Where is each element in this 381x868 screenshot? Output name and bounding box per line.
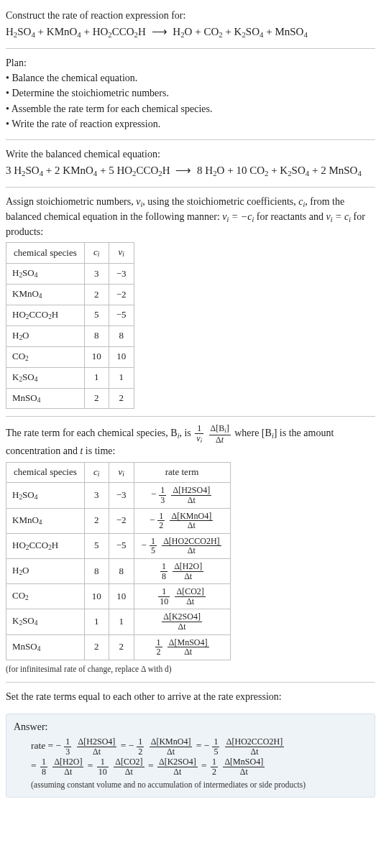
table-row: MnSO422: [6, 388, 134, 409]
answer-assumption: (assuming constant volume and no accumul…: [31, 779, 367, 791]
divider: [6, 416, 375, 417]
rate-table: chemical species ci νi rate term H2SO43−…: [6, 462, 231, 660]
unbalanced-equation: H2SO4 + KMnO4 + HO2CCO2H ⟶ H2O + CO2 + K…: [6, 24, 375, 40]
table-row: K2SO411: [6, 367, 134, 388]
table-row: K2SO411 Δ[K2SO4]Δt: [6, 609, 231, 634]
plan-heading: Plan:: [6, 56, 375, 70]
assign-block: Assign stoichiometric numbers, νi, using…: [6, 190, 375, 414]
plan-block: Plan: • Balance the chemical equation. •…: [6, 52, 375, 137]
table-row: H2SO43−3: [6, 264, 134, 285]
answer-rates: rate = −13 Δ[H2SO4]Δt = −12 Δ[KMnO4]Δt =…: [31, 737, 367, 776]
prompt-block: Construct the rate of reaction expressio…: [6, 4, 375, 45]
set-rate-block: Set the rate terms equal to each other t…: [6, 685, 375, 708]
plan-item: • Assemble the rate term for each chemic…: [6, 102, 375, 116]
divider: [6, 682, 375, 683]
answer-box: Answer: rate = −13 Δ[H2SO4]Δt = −12 Δ[KM…: [6, 714, 375, 798]
table-row: H2O88 18 Δ[H2O]Δt: [6, 558, 231, 583]
col-rate: rate term: [134, 462, 230, 483]
fraction: Δ[Bi]Δt: [209, 424, 231, 444]
eq-rhs: H2O + CO2 + K2SO4 + MnSO4: [173, 26, 307, 37]
balanced-heading: Write the balanced chemical equation:: [6, 147, 375, 162]
table-header-row: chemical species ci νi: [6, 243, 134, 264]
rate-line-1: rate = −13 Δ[H2SO4]Δt = −12 Δ[KMnO4]Δt =…: [31, 737, 367, 756]
table-row: KMnO42−2: [6, 285, 134, 305]
table-row: HO2CCO2H5−5 −15 Δ[HO2CCO2H]Δt: [6, 533, 231, 558]
rateterm-block: The rate term for each chemical species,…: [6, 420, 375, 679]
table-row: MnSO422 12 Δ[MnSO4]Δt: [6, 634, 231, 660]
col-ci: ci: [84, 462, 109, 483]
reaction-arrow-icon: ⟶: [152, 26, 167, 37]
col-species: chemical species: [6, 243, 85, 264]
reaction-arrow-icon: ⟶: [175, 165, 191, 176]
plan-item: • Determine the stoichiometric numbers.: [6, 86, 375, 101]
table-row: KMnO42−2 −12 Δ[KMnO4]Δt: [6, 508, 231, 533]
balanced-block: Write the balanced chemical equation: 3 …: [6, 143, 375, 184]
divider: [6, 187, 375, 188]
answer-label: Answer:: [14, 720, 367, 734]
prompt-line: Construct the rate of reaction expressio…: [6, 9, 375, 23]
plan-item: • Write the rate of reaction expression.: [6, 117, 375, 131]
table-header-row: chemical species ci νi rate term: [6, 462, 231, 483]
col-nui: νi: [109, 462, 134, 483]
table-row: CO21010: [6, 346, 134, 367]
balanced-rhs: 8 H2O + 10 CO2 + K2SO4 + 2 MnSO4: [197, 165, 362, 176]
set-rate-text: Set the rate terms equal to each other t…: [6, 690, 375, 704]
col-species: chemical species: [6, 462, 85, 483]
rate-line-2: = 18 Δ[H2O]Δt = 110 Δ[CO2]Δt = Δ[K2SO4]Δ…: [31, 757, 367, 776]
balanced-equation: 3 H2SO4 + 2 KMnO4 + 5 HO2CCO2H ⟶ 8 H2O +…: [6, 163, 375, 179]
eq-lhs: H2SO4 + KMnO4 + HO2CCO2H: [6, 26, 146, 37]
plan-item: • Balance the chemical equation.: [6, 71, 375, 86]
table-row: HO2CCO2H5−5: [6, 305, 134, 326]
stoich-table: chemical species ci νi H2SO43−3 KMnO42−2…: [6, 242, 134, 409]
assign-paragraph: Assign stoichiometric numbers, νi, using…: [6, 195, 375, 240]
col-ci: ci: [84, 243, 109, 264]
fraction: 1νi: [195, 424, 203, 444]
divider: [6, 48, 375, 49]
divider: [6, 139, 375, 140]
table-row: H2O88: [6, 326, 134, 346]
col-nui: νi: [109, 243, 134, 264]
table-row: CO21010 110 Δ[CO2]Δt: [6, 584, 231, 609]
rateterm-paragraph: The rate term for each chemical species,…: [6, 424, 375, 458]
infinitesimal-note: (for infinitesimal rate of change, repla…: [6, 663, 375, 675]
table-row: H2SO43−3 −13 Δ[H2SO4]Δt: [6, 483, 231, 508]
balanced-lhs: 3 H2SO4 + 2 KMnO4 + 5 HO2CCO2H: [6, 165, 170, 176]
